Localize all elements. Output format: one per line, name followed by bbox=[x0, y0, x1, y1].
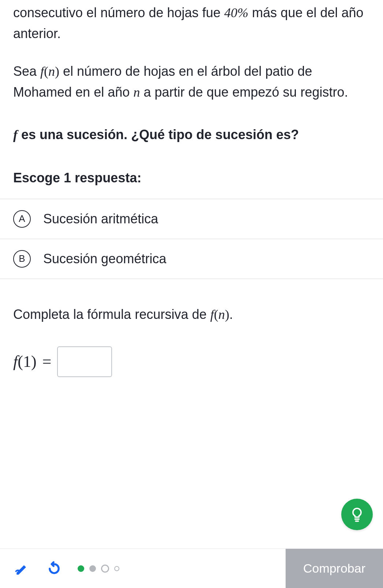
math-fn-2: f(n) bbox=[210, 307, 229, 322]
equals-sign: = bbox=[40, 352, 54, 371]
text-fragment: Sea bbox=[13, 64, 40, 79]
scratchpad-button[interactable] bbox=[13, 560, 31, 577]
question-text: f es una sucesión. ¿Qué tipo de sucesión… bbox=[13, 125, 370, 145]
math-arg-1: (1) bbox=[18, 353, 36, 371]
text-fragment: a partir de que empezó su registro. bbox=[140, 85, 348, 100]
math-f: f bbox=[13, 353, 18, 371]
progress-dot-4 bbox=[114, 566, 119, 571]
math-fn: f(n) bbox=[40, 64, 59, 79]
formula-f1-row: f(1) = bbox=[13, 346, 370, 377]
option-letter-b: B bbox=[13, 250, 31, 268]
choose-one-label: Escoge 1 respuesta: bbox=[13, 170, 370, 186]
option-a[interactable]: A Sucesión aritmética bbox=[0, 199, 383, 239]
progress-dot-1 bbox=[78, 565, 84, 572]
math-f: f bbox=[13, 127, 18, 142]
text-fragment: . bbox=[229, 307, 233, 322]
restart-button[interactable] bbox=[45, 560, 63, 577]
answer-options: A Sucesión aritmética B Sucesión geométr… bbox=[0, 199, 383, 279]
option-label-b: Sucesión geométrica bbox=[43, 251, 166, 267]
option-label-a: Sucesión aritmética bbox=[43, 211, 158, 227]
progress-dot-3 bbox=[101, 565, 109, 573]
text-fragment: es una sucesión. ¿Qué tipo de sucesión e… bbox=[18, 127, 299, 142]
option-letter-a: A bbox=[13, 210, 31, 228]
option-b[interactable]: B Sucesión geométrica bbox=[0, 239, 383, 279]
bottom-toolbar: Comprobar bbox=[0, 548, 383, 588]
problem-paragraph-2: Sea f(n) el número de hojas en el árbol … bbox=[13, 61, 370, 103]
text-fragment: Completa la fórmula recursiva de bbox=[13, 307, 210, 322]
formula-f1-label: f(1) bbox=[13, 352, 37, 371]
f1-input[interactable] bbox=[57, 346, 112, 377]
value-40pct: 40% bbox=[224, 5, 248, 20]
math-n: n bbox=[133, 85, 140, 100]
problem-paragraph-1: trasero cada año. El primer año había 50… bbox=[13, 0, 370, 44]
lightbulb-icon bbox=[349, 506, 365, 522]
progress-indicator bbox=[78, 565, 119, 573]
check-button[interactable]: Comprobar bbox=[286, 549, 383, 588]
hint-button[interactable] bbox=[341, 499, 373, 530]
redo-icon bbox=[47, 561, 62, 576]
progress-dot-2 bbox=[89, 565, 96, 572]
pencil-icon bbox=[14, 561, 30, 577]
recursive-prompt: Completa la fórmula recursiva de f(n). bbox=[13, 305, 370, 324]
